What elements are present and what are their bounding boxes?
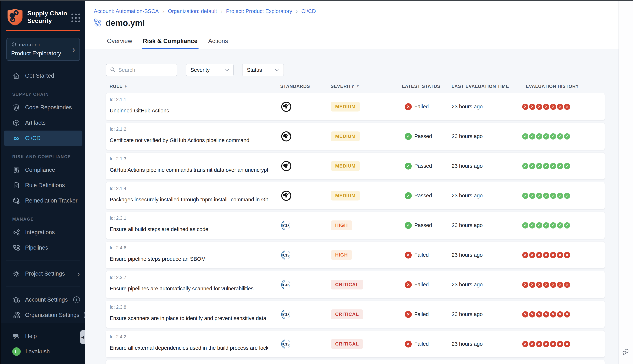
table-row[interactable]: Id: 2.1.2 Certificate not verified by Gi… [106, 123, 605, 150]
history-passed-icon[interactable]: ✓ [564, 133, 570, 140]
sidebar-item-pipelines[interactable]: Pipelines [1, 240, 85, 256]
chat-assistant-icon[interactable] [622, 347, 630, 357]
history-failed-icon[interactable]: ✕ [557, 282, 563, 288]
project-selector[interactable]: PROJECT Product Exploratory › [6, 38, 80, 61]
history-failed-icon[interactable]: ✕ [564, 341, 570, 347]
history-failed-icon[interactable]: ✕ [543, 104, 549, 110]
breadcrumb-link[interactable]: CI/CD [301, 8, 316, 14]
history-failed-icon[interactable]: ✕ [536, 311, 542, 318]
history-passed-icon[interactable]: ✓ [557, 192, 563, 199]
search-box[interactable] [106, 64, 177, 76]
search-input[interactable] [118, 67, 173, 73]
column-severity[interactable]: SEVERITY ▼ [330, 84, 402, 89]
history-failed-icon[interactable]: ✕ [564, 311, 570, 318]
history-failed-icon[interactable]: ✕ [543, 341, 549, 347]
table-row[interactable]: Id: 3.1.7 CIS CRITICAL [106, 360, 605, 364]
sidebar-item-code-repositories[interactable]: Code Repositories [1, 100, 85, 115]
history-failed-icon[interactable]: ✕ [543, 311, 549, 318]
table-row[interactable]: Id: 2.4.6 Ensure pipeline steps produce … [106, 241, 605, 268]
sidebar-item-project-settings[interactable]: Project Settings › [1, 266, 85, 282]
history-passed-icon[interactable]: ✓ [550, 163, 556, 169]
sidebar-item-remediation-tracker[interactable]: Remediation Tracker [1, 193, 85, 208]
breadcrumb-link[interactable]: Organization: default [168, 8, 217, 14]
history-failed-icon[interactable]: ✕ [529, 104, 536, 110]
history-failed-icon[interactable]: ✕ [550, 252, 556, 258]
history-passed-icon[interactable]: ✓ [543, 133, 549, 140]
history-passed-icon[interactable]: ✓ [557, 133, 563, 140]
history-passed-icon[interactable]: ✓ [529, 133, 536, 140]
tab-actions[interactable]: Actions [207, 33, 229, 49]
history-passed-icon[interactable]: ✓ [550, 133, 556, 140]
sidebar-item-user[interactable]: L Lavakush [1, 344, 85, 359]
history-passed-icon[interactable]: ✓ [543, 222, 549, 228]
history-passed-icon[interactable]: ✓ [543, 163, 549, 169]
table-row[interactable]: Id: 2.1.3 GitHub Actions pipeline comman… [106, 152, 605, 180]
history-failed-icon[interactable]: ✕ [550, 341, 556, 347]
sidebar-item-account-settings[interactable]: Account Settings i [1, 292, 85, 308]
history-failed-icon[interactable]: ✕ [536, 282, 542, 288]
history-passed-icon[interactable]: ✓ [557, 222, 563, 228]
history-passed-icon[interactable]: ✓ [536, 222, 542, 228]
app-grid-icon[interactable] [72, 14, 80, 22]
history-failed-icon[interactable]: ✕ [522, 282, 528, 288]
breadcrumb-link[interactable]: Project: Product Exploratory [226, 8, 292, 14]
table-row[interactable]: Id: 2.4.2 Ensure all external dependenci… [106, 330, 605, 358]
history-failed-icon[interactable]: ✕ [557, 104, 563, 110]
history-failed-icon[interactable]: ✕ [550, 282, 556, 288]
history-failed-icon[interactable]: ✕ [522, 311, 528, 318]
history-failed-icon[interactable]: ✕ [536, 341, 542, 347]
history-failed-icon[interactable]: ✕ [529, 282, 536, 288]
history-passed-icon[interactable]: ✓ [529, 163, 536, 169]
sidebar-item-artifacts[interactable]: Artifacts [1, 115, 85, 130]
info-icon[interactable]: i [73, 296, 80, 303]
history-failed-icon[interactable]: ✕ [536, 104, 542, 110]
history-failed-icon[interactable]: ✕ [522, 104, 528, 110]
history-passed-icon[interactable]: ✓ [522, 192, 528, 199]
history-failed-icon[interactable]: ✕ [557, 341, 563, 347]
history-failed-icon[interactable]: ✕ [529, 311, 536, 318]
history-failed-icon[interactable]: ✕ [564, 252, 570, 258]
history-failed-icon[interactable]: ✕ [543, 252, 549, 258]
tab-overview[interactable]: Overview [106, 33, 133, 49]
table-row[interactable]: Id: 2.3.8 Ensure scanners are in place t… [106, 301, 605, 328]
history-passed-icon[interactable]: ✓ [536, 163, 542, 169]
status-filter[interactable]: Status [242, 64, 284, 76]
history-passed-icon[interactable]: ✓ [550, 222, 556, 228]
table-row[interactable]: Id: 2.1.4 Packages insecurely installed … [106, 182, 605, 209]
sidebar-item-help[interactable]: ? Help [1, 328, 85, 344]
history-passed-icon[interactable]: ✓ [522, 222, 528, 228]
history-passed-icon[interactable]: ✓ [529, 192, 536, 199]
sidebar-item-organization-settings[interactable]: Organization Settings i [1, 308, 85, 323]
history-failed-icon[interactable]: ✕ [543, 282, 549, 288]
history-passed-icon[interactable]: ✓ [564, 192, 570, 199]
history-passed-icon[interactable]: ✓ [543, 192, 549, 199]
history-failed-icon[interactable]: ✕ [557, 311, 563, 318]
info-icon[interactable]: i [84, 312, 85, 318]
history-failed-icon[interactable]: ✕ [536, 252, 542, 258]
sidebar-item-get-started[interactable]: Get Started [1, 68, 85, 84]
severity-filter[interactable]: Severity [186, 64, 234, 76]
sidebar-collapse-handle[interactable]: ◀ [80, 330, 85, 344]
table-row[interactable]: Id: 2.3.1 Ensure all build steps are def… [106, 212, 605, 239]
history-failed-icon[interactable]: ✕ [564, 104, 570, 110]
history-failed-icon[interactable]: ✕ [522, 252, 528, 258]
history-passed-icon[interactable]: ✓ [557, 163, 563, 169]
breadcrumb-link[interactable]: Account: Automation-SSCA [94, 8, 159, 14]
history-passed-icon[interactable]: ✓ [536, 133, 542, 140]
column-rule[interactable]: RULE ▲▼ [106, 84, 273, 89]
history-failed-icon[interactable]: ✕ [564, 282, 570, 288]
table-row[interactable]: Id: 2.3.7 Ensure pipelines are automatic… [106, 271, 605, 298]
sidebar-item-rule-definitions[interactable]: Rule Definitions [1, 178, 85, 193]
history-failed-icon[interactable]: ✕ [557, 252, 563, 258]
tab-risk-compliance[interactable]: Risk & Compliance [142, 33, 199, 49]
sort-desc-icon[interactable]: ▼ [356, 84, 360, 88]
history-passed-icon[interactable]: ✓ [529, 222, 536, 228]
sidebar-item-cicd[interactable]: ∞ CI/CD [4, 130, 82, 146]
history-failed-icon[interactable]: ✕ [550, 104, 556, 110]
history-passed-icon[interactable]: ✓ [522, 163, 528, 169]
history-failed-icon[interactable]: ✕ [529, 341, 536, 347]
table-row[interactable]: Id: 2.1.1 Unpinned GitHub Actions CIS [106, 93, 605, 120]
history-failed-icon[interactable]: ✕ [550, 311, 556, 318]
history-failed-icon[interactable]: ✕ [522, 341, 528, 347]
history-passed-icon[interactable]: ✓ [536, 192, 542, 199]
